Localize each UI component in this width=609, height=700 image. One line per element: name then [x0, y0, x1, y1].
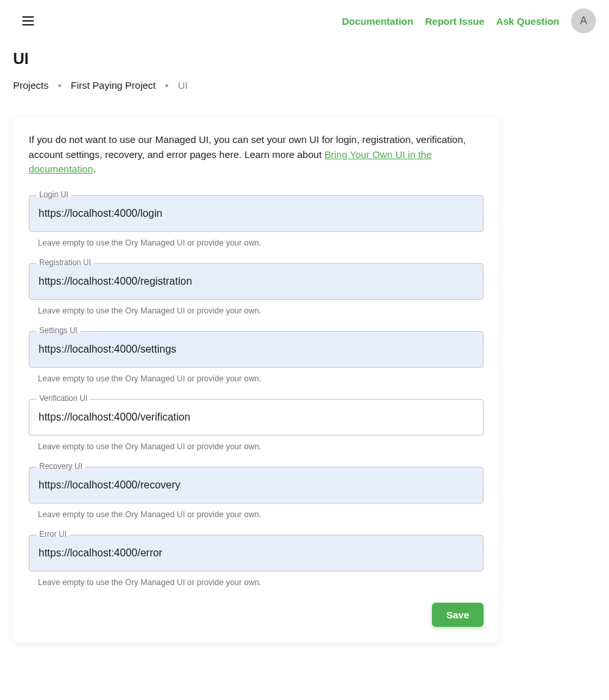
breadcrumb: Projects ● First Paying Project ● UI	[13, 80, 596, 91]
recovery-ui-field-group: Recovery UI Leave empty to use the Ory M…	[29, 467, 484, 519]
error-ui-field-group: Error UI Leave empty to use the Ory Mana…	[29, 535, 484, 587]
login-ui-input[interactable]	[29, 195, 484, 232]
verification-ui-label: Verification UI	[37, 394, 90, 403]
verification-ui-helper: Leave empty to use the Ory Managed UI or…	[38, 442, 484, 451]
settings-ui-label: Settings UI	[37, 326, 80, 335]
login-ui-label: Login UI	[37, 190, 71, 199]
breadcrumb-current: UI	[178, 80, 188, 91]
header: Documentation Report Issue Ask Question …	[0, 0, 609, 42]
error-ui-input[interactable]	[29, 535, 484, 571]
breadcrumb-separator-icon: ●	[165, 82, 169, 89]
breadcrumb-projects[interactable]: Projects	[13, 80, 48, 91]
header-right: Documentation Report Issue Ask Question …	[342, 8, 596, 33]
page-title: UI	[13, 50, 596, 68]
recovery-ui-label: Recovery UI	[37, 462, 85, 471]
login-ui-helper: Leave empty to use the Ory Managed UI or…	[38, 238, 484, 247]
error-ui-label: Error UI	[37, 530, 69, 539]
save-button[interactable]: Save	[432, 603, 484, 627]
verification-ui-field-group: Verification UI Leave empty to use the O…	[29, 399, 484, 451]
verification-ui-input[interactable]	[29, 399, 484, 436]
registration-ui-helper: Leave empty to use the Ory Managed UI or…	[38, 306, 484, 315]
recovery-ui-input[interactable]	[29, 467, 484, 503]
login-ui-field-group: Login UI Leave empty to use the Ory Mana…	[29, 195, 484, 247]
settings-ui-helper: Leave empty to use the Ory Managed UI or…	[38, 374, 484, 383]
breadcrumb-separator-icon: ●	[58, 82, 61, 89]
recovery-ui-helper: Leave empty to use the Ory Managed UI or…	[38, 510, 484, 519]
avatar[interactable]: A	[571, 8, 596, 33]
intro-after: .	[93, 163, 95, 174]
actions-row: Save	[29, 603, 484, 627]
error-ui-helper: Leave empty to use the Ory Managed UI or…	[38, 578, 484, 587]
report-issue-link[interactable]: Report Issue	[425, 16, 484, 27]
settings-card: If you do not want to use our Managed UI…	[13, 117, 499, 643]
breadcrumb-project-name[interactable]: First Paying Project	[71, 80, 156, 91]
settings-ui-field-group: Settings UI Leave empty to use the Ory M…	[29, 331, 484, 383]
ask-question-link[interactable]: Ask Question	[496, 16, 559, 27]
content: UI Projects ● First Paying Project ● UI …	[0, 42, 609, 669]
documentation-link[interactable]: Documentation	[342, 16, 413, 27]
menu-icon[interactable]	[22, 13, 38, 29]
registration-ui-input[interactable]	[29, 263, 484, 300]
settings-ui-input[interactable]	[29, 331, 484, 368]
intro-text: If you do not want to use our Managed UI…	[29, 133, 484, 177]
registration-ui-field-group: Registration UI Leave empty to use the O…	[29, 263, 484, 315]
registration-ui-label: Registration UI	[37, 258, 93, 267]
